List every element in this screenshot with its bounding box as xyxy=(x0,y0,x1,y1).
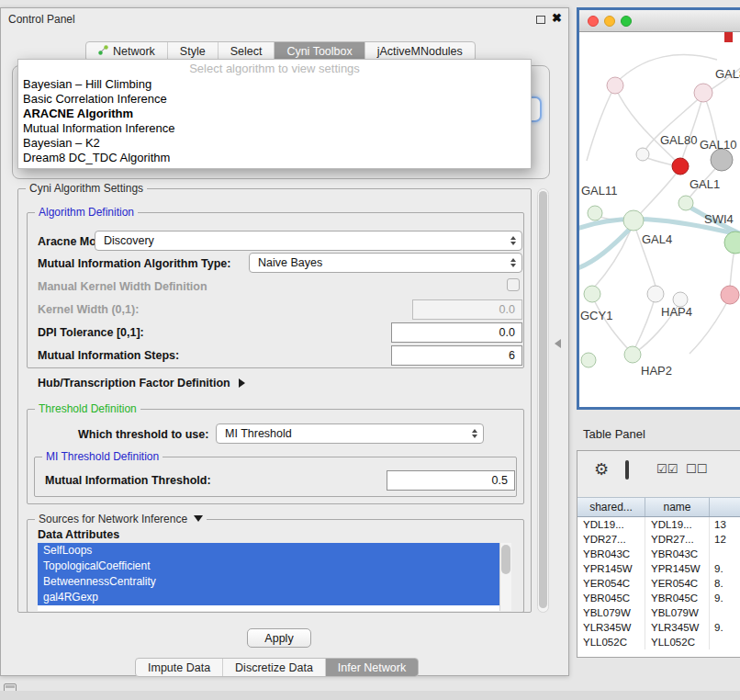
bottom-tab-infer-network[interactable]: Infer Network xyxy=(326,659,418,676)
close-icon[interactable]: ✖ xyxy=(552,11,562,25)
network-node[interactable] xyxy=(678,196,693,210)
list-scrollbar[interactable] xyxy=(499,543,511,611)
tab-label: Infer Network xyxy=(338,661,406,674)
network-node[interactable] xyxy=(588,206,602,220)
algorithm-option[interactable]: ARACNE Algorithm xyxy=(18,107,531,121)
table-cell: YDL19... xyxy=(577,517,645,532)
table-row[interactable]: YLR345WYLR345W9. xyxy=(577,620,740,635)
network-node[interactable] xyxy=(711,149,733,171)
table-row[interactable]: YBL079WYBL079W xyxy=(577,605,740,620)
tab-style[interactable]: Style xyxy=(168,42,219,61)
chevron-right-icon xyxy=(239,378,245,388)
network-node[interactable] xyxy=(607,77,623,94)
table-cell: YLL052C xyxy=(577,635,645,649)
network-node[interactable] xyxy=(721,286,739,304)
mi-type-select[interactable]: Naive Bayes xyxy=(249,253,522,273)
list-scrollbar-thumb[interactable] xyxy=(501,545,510,574)
attribute-items: SelfLoopsTopologicalCoefficientBetweenne… xyxy=(38,543,511,605)
node-label: GCY1 xyxy=(580,309,612,322)
desktop: Control Panel ✖ NetworkStyleSelectCyni T… xyxy=(0,0,740,700)
bottom-edge xyxy=(0,691,740,700)
deselect-all-button[interactable]: ☐☐ xyxy=(686,462,707,476)
table-cell: 8. xyxy=(710,576,740,591)
mi-threshold-label: Mutual Information Threshold: xyxy=(45,474,211,487)
attribute-item[interactable]: gal4RGexp xyxy=(38,590,499,605)
apply-button[interactable]: Apply xyxy=(247,628,311,648)
network-node[interactable] xyxy=(624,346,641,363)
gear-icon: ⚙ xyxy=(594,460,609,479)
aracne-mode-select[interactable]: Discovery xyxy=(95,231,522,251)
settings-gear-button[interactable]: ⚙ xyxy=(594,459,609,480)
bottom-tab-discretize-data[interactable]: Discretize Data xyxy=(223,659,326,676)
node-label: GAL1 xyxy=(690,177,720,191)
which-threshold-value: MI Threshold xyxy=(225,427,292,440)
which-threshold-label: Which threshold to use: xyxy=(78,428,208,441)
control-panel-titlebar[interactable]: Control Panel ✖ xyxy=(1,8,568,30)
float-window-icon[interactable] xyxy=(536,16,545,24)
attribute-item[interactable]: TopologicalCoefficient xyxy=(38,559,499,574)
table-row[interactable]: YPR145WYPR145W9. xyxy=(577,561,740,576)
unchecked-boxes-icon: ☐☐ xyxy=(686,462,707,476)
which-threshold-select[interactable]: MI Threshold xyxy=(216,423,484,444)
algorithm-option[interactable]: Bayesian – Hill Climbing xyxy=(18,77,531,92)
tab-jactivemnodules[interactable]: jActiveMNodules xyxy=(365,42,475,61)
table-cell xyxy=(710,605,740,620)
table-row[interactable]: YDL19...YDL19...13 xyxy=(577,517,740,532)
network-node[interactable] xyxy=(694,84,712,102)
network-window-titlebar[interactable] xyxy=(579,10,740,32)
algorithm-option[interactable]: Basic Correlation Inference xyxy=(18,92,531,107)
network-node[interactable] xyxy=(724,231,740,254)
sources-label: Sources for Network Inference xyxy=(39,513,187,525)
attribute-item[interactable]: SelfLoops xyxy=(38,543,499,559)
settings-scrollbar[interactable] xyxy=(537,188,549,613)
algorithm-option[interactable]: Bayesian – K2 xyxy=(18,136,531,151)
close-button[interactable] xyxy=(588,16,599,27)
sources-toggle[interactable]: Sources for Network Inference xyxy=(35,513,207,526)
column-header[interactable]: shared... xyxy=(577,498,645,516)
network-node[interactable] xyxy=(581,353,596,367)
attribute-item[interactable]: BetweennessCentrality xyxy=(38,574,499,590)
control-panel-window: Control Panel ✖ NetworkStyleSelectCyni T… xyxy=(0,7,569,676)
table-cell: YPR145W xyxy=(645,561,710,576)
algorithm-option[interactable]: Dream8 DC_TDC Algorithm xyxy=(18,151,531,165)
splitter-collapse-arrow[interactable] xyxy=(555,339,561,348)
table-cell: YLR345W xyxy=(645,620,710,635)
table-row[interactable]: YBR043CYBR043C xyxy=(577,547,740,561)
tab-network[interactable]: Network xyxy=(86,42,168,61)
table-row[interactable]: YLL052CYLL052C xyxy=(577,635,740,649)
network-node[interactable] xyxy=(647,286,664,302)
tab-cyni-toolbox[interactable]: Cyni Toolbox xyxy=(275,42,364,61)
column-header[interactable]: name xyxy=(645,498,710,516)
group-legend: Cyni Algorithm Settings xyxy=(26,182,147,196)
table-cell: YBR045C xyxy=(577,591,645,605)
zoom-button[interactable] xyxy=(621,16,632,27)
column-header[interactable] xyxy=(710,498,740,516)
network-node[interactable] xyxy=(636,148,649,161)
kernel-width-field: 0.0 xyxy=(412,299,522,320)
algorithm-option[interactable]: Mutual Information Inference xyxy=(18,121,531,136)
table-panel-window: ⚙ ☑☑ ☐☐ shared... name YDL19...YDL19...1… xyxy=(577,450,740,658)
settings-scrollbar-thumb[interactable] xyxy=(539,191,547,608)
attribute-list[interactable]: SelfLoopsTopologicalCoefficientBetweenne… xyxy=(38,543,511,611)
bottom-tab-impute-data[interactable]: Impute Data xyxy=(136,659,223,676)
select-all-button[interactable]: ☑☑ xyxy=(656,462,678,476)
table-row[interactable]: YER054CYER054C8. xyxy=(577,576,740,591)
show-columns-button[interactable] xyxy=(625,462,629,479)
hub-definition-toggle[interactable]: Hub/Transcription Factor Definition xyxy=(38,377,245,390)
table-cell: YPR145W xyxy=(577,561,645,576)
group-legend: Threshold Definition xyxy=(35,402,140,416)
minimize-button[interactable] xyxy=(604,16,615,27)
network-canvas[interactable]: GAL8GAL80GAL10GAL11GAL1SWI4GAL4GCY1HAP4H… xyxy=(579,32,740,407)
table-row[interactable]: YDR27...YDR27...12 xyxy=(577,532,740,547)
tab-select[interactable]: Select xyxy=(219,42,275,61)
node-label: HAP2 xyxy=(641,364,672,378)
dpi-tolerance-field[interactable]: 0.0 xyxy=(391,322,522,343)
mi-steps-field[interactable]: 6 xyxy=(391,345,522,366)
table-row[interactable]: YBR045CYBR045C9. xyxy=(577,591,740,605)
network-node[interactable] xyxy=(623,210,644,231)
mi-threshold-field[interactable]: 0.5 xyxy=(387,470,515,491)
network-node[interactable] xyxy=(672,158,689,175)
node-label: HAP4 xyxy=(661,305,692,319)
network-node[interactable] xyxy=(584,286,600,302)
table-cell: YDR27... xyxy=(645,532,710,547)
